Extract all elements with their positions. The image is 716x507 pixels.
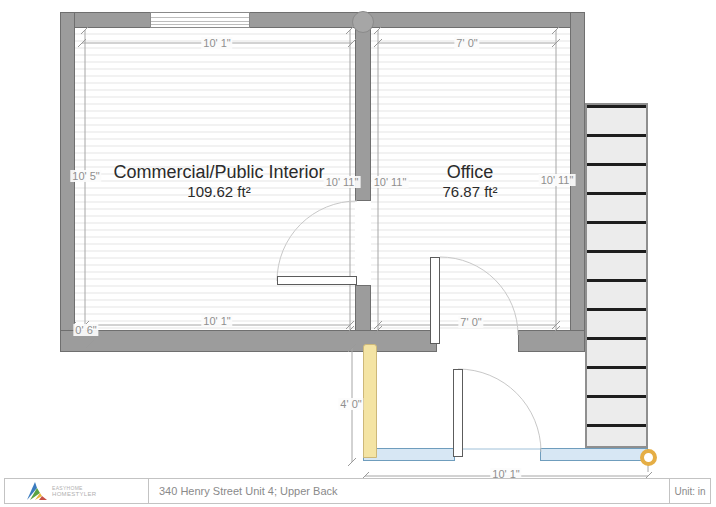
door-office[interactable]	[430, 257, 440, 344]
room-area: 109.62 ft²	[113, 182, 324, 201]
dim-label-entry-depth: 4' 0"	[338, 398, 363, 410]
column-marker	[352, 11, 374, 33]
floorplan-canvas: 10' 1" 7' 0" 10' 5" 10' 11" 10' 11" 10' …	[0, 0, 716, 507]
dim-label-bottom-left: 10' 1"	[201, 315, 232, 327]
logo: EASYHOME HOMESTYLER	[5, 479, 149, 503]
wall-bottom-left[interactable]	[60, 330, 437, 352]
unit-label: Unit: in	[674, 486, 705, 497]
dim-label-top-right: 7' 0"	[454, 37, 479, 49]
homestyler-logo-icon	[27, 482, 47, 500]
room-name: Commercial/Public Interior	[113, 162, 324, 182]
window-pane-line	[151, 24, 249, 25]
plan-title: 340 Henry Street Unit 4; Upper Back	[159, 485, 338, 497]
wall-interior-upper[interactable]	[355, 26, 371, 201]
room-label-office[interactable]: Office 76.87 ft²	[442, 162, 497, 201]
dim-label-left: 10' 5"	[70, 170, 101, 182]
window-pane-line	[151, 21, 249, 22]
unit-cell: Unit: in	[669, 479, 710, 503]
door-stop-marker[interactable]	[640, 449, 657, 466]
dim-label-inner-right: 10' 11"	[372, 176, 409, 188]
wall-bottom-right[interactable]	[518, 330, 585, 352]
window-pane-line	[151, 17, 249, 18]
dim-label-bottom-right: 7' 0"	[458, 316, 483, 328]
dim-label-wall-offset: 0' 6"	[73, 324, 98, 336]
room-area: 76.87 ft²	[442, 182, 497, 201]
wall-top[interactable]	[60, 12, 585, 28]
room-name: Office	[442, 162, 497, 182]
dim-label-right: 10' 11"	[539, 174, 576, 186]
door-interior[interactable]	[277, 276, 357, 285]
logo-text: EASYHOME HOMESTYLER	[52, 485, 96, 498]
logo-line2: HOMESTYLER	[52, 491, 96, 498]
staircase[interactable]	[585, 103, 648, 448]
wall-accent-yellow[interactable]	[363, 344, 377, 458]
dim-label-top-left: 10' 1"	[201, 37, 232, 49]
footer-bar: EASYHOME HOMESTYLER 340 Henry Street Uni…	[4, 478, 711, 504]
room-label-commercial[interactable]: Commercial/Public Interior 109.62 ft²	[113, 162, 324, 201]
window-top[interactable]	[150, 12, 250, 28]
wall-left[interactable]	[60, 12, 75, 352]
door-entry[interactable]	[453, 369, 463, 457]
dim-label-inner-left: 10' 11"	[324, 176, 361, 188]
glass-wall-right[interactable]	[540, 448, 648, 461]
plan-title-cell: 340 Henry Street Unit 4; Upper Back	[149, 479, 669, 503]
